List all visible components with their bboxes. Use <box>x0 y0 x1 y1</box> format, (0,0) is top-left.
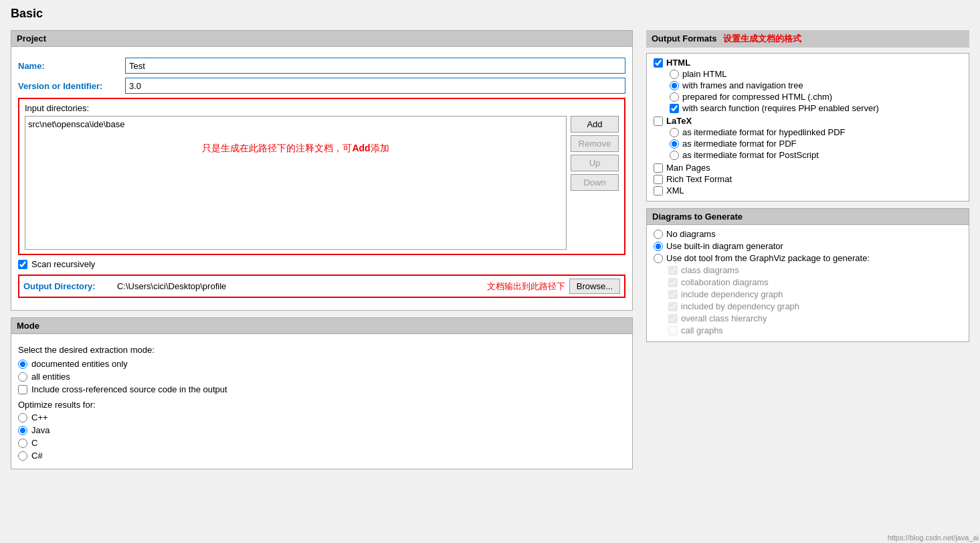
man-pages-checkbox[interactable] <box>654 163 663 173</box>
input-directories-list[interactable]: src\net\opensca\ide\base 只是生成在此路径下的注释文档，… <box>25 116 567 250</box>
optimize-radio-c[interactable] <box>18 439 27 448</box>
mode-option-1: all entities <box>18 372 625 382</box>
diagram-option-0: No diagrams <box>654 229 962 239</box>
latex-child-0: as itermediate format for hypedlinked PD… <box>670 127 962 137</box>
right-panel: Output Formats 设置生成文档的格式 HTML plain HTML <box>646 30 969 349</box>
name-input[interactable] <box>125 58 625 74</box>
rtf-label: Rich Text Format <box>666 174 732 184</box>
optimize-label-java: Java <box>31 425 50 435</box>
optimize-radio-csharp[interactable] <box>18 451 27 461</box>
latex-child-1: as itermediate format for PDF <box>670 139 962 149</box>
input-directories-buttons: Add Remove Up Down <box>571 116 619 250</box>
scan-recursively-row: Scan recursively <box>18 259 625 269</box>
diagram-radio-graphviz[interactable] <box>654 254 663 263</box>
output-formats-header: Output Formats 设置生成文档的格式 <box>646 30 969 48</box>
input-directories-label: Input directories: <box>25 103 619 113</box>
xml-checkbox[interactable] <box>654 186 663 196</box>
latex-radio-1[interactable] <box>670 139 679 149</box>
optimize-radio-cpp[interactable] <box>18 413 27 422</box>
latex-label: LaTeX <box>666 116 692 126</box>
optimize-label-c: C <box>31 438 37 448</box>
latex-checkbox[interactable] <box>654 117 663 126</box>
down-button[interactable]: Down <box>571 174 619 191</box>
optimize-label-cpp: C++ <box>31 412 48 422</box>
input-directories-box: Input directories: src\net\opensca\ide\b… <box>18 98 625 255</box>
html-format-group: HTML plain HTML with frames and navigati… <box>654 58 962 113</box>
html-child-label-2: prepared for compressed HTML (.chm) <box>682 92 832 102</box>
project-section-header: Project <box>11 31 632 47</box>
page-title: Basic <box>11 7 969 21</box>
latex-child-label-0: as itermediate format for hypedlinked PD… <box>682 127 846 137</box>
scan-recursively-checkbox[interactable] <box>18 260 27 269</box>
optimize-option-0: C++ <box>18 412 625 422</box>
diagram-radio-none[interactable] <box>654 230 663 239</box>
diagram-class-label: class diagrams <box>681 265 739 275</box>
latex-child-2: as itermediate format for PostScript <box>670 150 962 160</box>
latex-format-group: LaTeX as itermediate format for hypedlin… <box>654 116 962 160</box>
html-checkbox[interactable] <box>654 58 663 68</box>
optimize-option-2: C <box>18 438 625 448</box>
left-panel: Project Name: Version or Identifier: Inp… <box>11 30 633 469</box>
latex-radio-2[interactable] <box>670 151 679 160</box>
output-directory-input[interactable] <box>114 280 483 293</box>
output-directory-annotation: 文档输出到此路径下 <box>487 281 565 293</box>
html-radio-0[interactable] <box>670 70 679 79</box>
name-field-row: Name: <box>18 58 625 74</box>
version-label: Version or Identifier: <box>18 81 125 91</box>
mode-option-0: documented entities only <box>18 359 625 369</box>
man-pages-row: Man Pages <box>654 163 962 173</box>
browse-button[interactable]: Browse... <box>569 279 620 294</box>
mode-description: Select the desired extraction mode: <box>18 345 625 355</box>
output-formats-chinese: 设置生成文档的格式 <box>723 33 801 44</box>
rtf-row: Rich Text Format <box>654 174 962 184</box>
latex-radio-0[interactable] <box>670 128 679 137</box>
html-label: HTML <box>666 58 690 68</box>
mode-radio-1[interactable] <box>18 372 27 382</box>
diagram-class-checkbox[interactable] <box>668 266 678 275</box>
diagram-radio-builtin[interactable] <box>654 242 663 251</box>
latex-child-label-2: as itermediate format for PostScript <box>682 150 819 160</box>
mode-section: Mode Select the desired extraction mode:… <box>11 317 633 469</box>
diagram-call-graphs-label: call graphs <box>681 325 723 335</box>
project-section: Project Name: Version or Identifier: Inp… <box>11 30 633 311</box>
diagram-label-none: No diagrams <box>666 229 716 239</box>
diagram-include-dep-row: include dependency graph <box>668 289 962 299</box>
html-radio-2[interactable] <box>670 92 679 102</box>
html-child-1: with frames and navigation tree <box>670 80 962 90</box>
diagrams-section: Diagrams to Generate No diagrams Use bui… <box>646 208 969 342</box>
html-search-checkbox[interactable] <box>670 104 679 113</box>
cross-ref-checkbox[interactable] <box>18 385 27 394</box>
diagram-include-dep-checkbox[interactable] <box>668 290 678 299</box>
html-child-3: with search function (requires PHP enabl… <box>670 103 962 113</box>
html-child-label-0: plain HTML <box>682 69 726 79</box>
mode-label-1: all entities <box>31 372 70 382</box>
optimize-label: Optimize results for: <box>18 400 625 410</box>
version-input[interactable] <box>125 78 625 94</box>
rtf-checkbox[interactable] <box>654 175 663 184</box>
diagram-option-2: Use dot tool from the GraphViz package t… <box>654 253 962 263</box>
version-field-row: Version or Identifier: <box>18 78 625 94</box>
diagram-option-1: Use built-in diagram generator <box>654 241 962 251</box>
diagram-call-graphs-checkbox[interactable] <box>668 326 678 335</box>
output-formats-section: HTML plain HTML with frames and navigati… <box>646 53 969 202</box>
diagram-label-builtin: Use built-in diagram generator <box>666 241 783 251</box>
up-button[interactable]: Up <box>571 155 619 171</box>
html-child-label-1: with frames and navigation tree <box>682 80 803 90</box>
diagram-collab-checkbox[interactable] <box>668 278 678 287</box>
diagram-included-by-dep-checkbox[interactable] <box>668 302 678 311</box>
add-button[interactable]: Add <box>571 116 619 133</box>
diagram-included-by-dep-row: included by dependency graph <box>668 301 962 311</box>
mode-radio-0[interactable] <box>18 360 27 369</box>
optimize-option-1: Java <box>18 425 625 435</box>
scan-recursively-label: Scan recursively <box>31 259 95 269</box>
html-radio-1[interactable] <box>670 81 679 90</box>
cross-ref-label: Include cross-referenced source code in … <box>31 384 227 394</box>
cross-ref-row: Include cross-referenced source code in … <box>18 384 625 394</box>
remove-button[interactable]: Remove <box>571 135 619 152</box>
output-directory-row: Output Directory: 文档输出到此路径下 Browse... <box>18 275 625 298</box>
optimize-radio-java[interactable] <box>18 426 27 435</box>
diagram-included-by-dep-label: included by dependency graph <box>681 301 799 311</box>
diagram-class-hier-checkbox[interactable] <box>668 314 678 323</box>
html-child-0: plain HTML <box>670 69 962 79</box>
man-pages-label: Man Pages <box>666 163 710 173</box>
